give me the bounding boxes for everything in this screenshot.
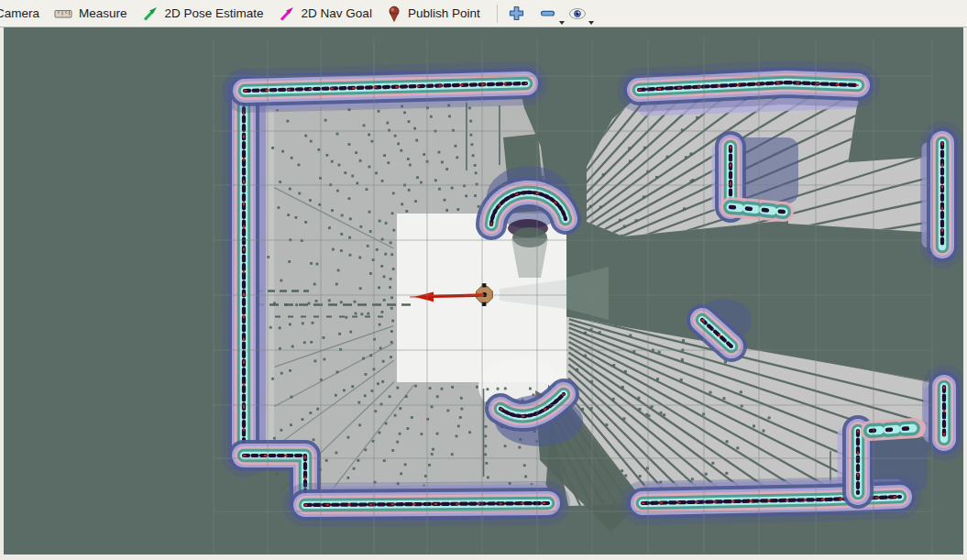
window-frame-bottom <box>0 555 967 560</box>
render-viewport[interactable] <box>4 27 963 555</box>
add-tool-button[interactable] <box>505 3 529 25</box>
remove-tool-menu-caret[interactable] <box>559 21 565 25</box>
camera-tool-label: Camera <box>0 6 39 20</box>
toolbar-separator <box>497 5 498 23</box>
render-viewport-container <box>4 27 963 555</box>
nav-goal-tool-label: 2D Nav Goal <box>302 6 372 20</box>
toolbar-button-nav-goal[interactable]: 2D Nav Goal <box>271 1 379 27</box>
tool-visibility-menu-caret[interactable] <box>588 21 594 25</box>
measure-tool-label: Measure <box>79 6 127 20</box>
publish-point-tool-label: Publish Point <box>408 6 480 20</box>
window-frame-left <box>0 27 4 560</box>
toolbar-button-measure[interactable]: Measure <box>47 1 135 27</box>
toolbar: Camera Measure 2D Pose Estimate 2D Nav G… <box>0 0 967 27</box>
ruler-icon <box>54 8 72 19</box>
pin-icon <box>387 5 401 22</box>
toolbar-button-camera[interactable]: Camera <box>0 1 47 27</box>
toolbar-button-publish-point[interactable]: Publish Point <box>379 1 488 27</box>
tool-visibility-button[interactable] <box>566 3 589 25</box>
toolbar-button-pose-estimate[interactable]: 2D Pose Estimate <box>135 1 271 27</box>
minus-icon <box>540 5 555 21</box>
remove-tool-button[interactable] <box>536 3 560 25</box>
plus-icon <box>509 5 524 21</box>
magenta-arrow-icon <box>279 5 295 22</box>
window-frame-right <box>963 27 967 560</box>
eye-icon <box>568 7 587 20</box>
green-arrow-icon <box>142 5 159 22</box>
pose-estimate-tool-label: 2D Pose Estimate <box>165 6 264 20</box>
